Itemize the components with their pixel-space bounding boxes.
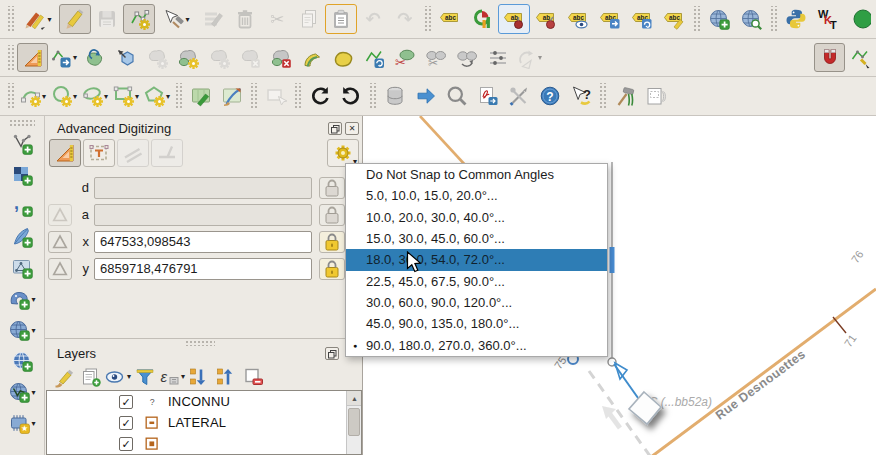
- edit-map-button[interactable]: [185, 82, 216, 111]
- add-arcgis-layer-button[interactable]: [6, 347, 38, 375]
- x-delta-button[interactable]: [48, 231, 72, 253]
- reshape-features-button[interactable]: [327, 43, 358, 72]
- layer-row-unnamed-2[interactable]: ✓: [47, 433, 361, 454]
- x-input[interactable]: [94, 231, 312, 253]
- panel-splitter-handle[interactable]: [185, 340, 215, 346]
- layer-row-lateral[interactable]: ✓LATERAL: [47, 412, 361, 433]
- current-edits-button[interactable]: ▾: [17, 4, 59, 34]
- layer-labeling-button[interactable]: abc: [434, 4, 466, 34]
- add-mesh-layer-button[interactable]: [6, 254, 38, 282]
- metasearch-add-button[interactable]: [703, 4, 735, 34]
- reload-button[interactable]: [335, 82, 366, 111]
- whats-this-button[interactable]: ?: [565, 82, 596, 111]
- merge-selected-features-button[interactable]: ✂: [420, 43, 451, 72]
- style-map-button[interactable]: [216, 82, 247, 111]
- toolbar-handle[interactable]: [6, 83, 15, 109]
- snap-menu-item-8[interactable]: ●90.0, 180.0, 270.0, 360.0°...: [346, 335, 607, 356]
- toggle-editing-button[interactable]: [59, 4, 91, 34]
- add-wms-layer-button[interactable]: ▾: [6, 316, 38, 344]
- processing-toolbox-button[interactable]: [609, 82, 640, 111]
- y-input[interactable]: [94, 258, 312, 280]
- python-console-button[interactable]: [780, 4, 812, 34]
- paste-features-button[interactable]: [325, 4, 357, 34]
- draw-regular-polygon-button[interactable]: ▾: [141, 82, 172, 111]
- enable-tracing-button[interactable]: [845, 43, 876, 72]
- show-hide-labels-button[interactable]: abc: [562, 4, 594, 34]
- vertex-tool-button[interactable]: ▾: [155, 4, 197, 34]
- delete-part-button[interactable]: [265, 43, 296, 72]
- draw-ellipse-button[interactable]: ▾: [79, 82, 110, 111]
- advanced-digitizing-panel-toggle-button[interactable]: [17, 43, 48, 72]
- y-lock-button[interactable]: [319, 258, 345, 280]
- collapse-all-button[interactable]: [212, 364, 239, 389]
- add-vector-layer-button[interactable]: [6, 130, 38, 158]
- layer-diagram-button[interactable]: [466, 4, 498, 34]
- search-button[interactable]: [441, 82, 472, 111]
- snap-menu-item-4[interactable]: 18.0, 36.0, 54.0, 72.0°...: [346, 249, 607, 270]
- snap-menu-item-2[interactable]: 10.0, 20.0, 30.0, 40.0°...: [346, 207, 607, 228]
- add-postgis-layer-button[interactable]: ▾: [6, 285, 38, 313]
- snap-menu-item-7[interactable]: 45.0, 90.0, 135.0, 180.0°...: [346, 313, 607, 334]
- print-layout-button[interactable]: [640, 82, 671, 111]
- float-panel-button[interactable]: [328, 122, 342, 135]
- split-features-button[interactable]: [358, 43, 389, 72]
- add-virtual-layer-button[interactable]: ★▾: [6, 409, 38, 437]
- construction-mode-button[interactable]: [83, 139, 115, 167]
- expand-all-button[interactable]: [185, 364, 212, 389]
- pin-labels-button[interactable]: ab: [498, 4, 530, 34]
- filter-by-expression-button[interactable]: ε▾: [158, 364, 185, 389]
- split-parts-button[interactable]: ✂: [389, 43, 420, 72]
- layer-visibility-checkbox[interactable]: ✓: [119, 395, 133, 409]
- add-group-button[interactable]: [77, 364, 104, 389]
- offset-curve-button[interactable]: [296, 43, 327, 72]
- export-pdf-button[interactable]: [472, 82, 503, 111]
- rotate-label-button[interactable]: abc: [626, 4, 658, 34]
- wkt-plugin-button[interactable]: WKT: [812, 4, 844, 34]
- toolbar-handle[interactable]: [9, 119, 35, 127]
- toolbar-handle[interactable]: [6, 6, 15, 32]
- add-raster-layer-button[interactable]: [6, 161, 38, 189]
- open-layer-styling-button[interactable]: [50, 364, 77, 389]
- move-label-button[interactable]: abc: [594, 4, 626, 34]
- scrollbar-thumb[interactable]: [348, 408, 360, 436]
- refresh-map-button[interactable]: [304, 82, 335, 111]
- snap-menu-item-3[interactable]: 15.0, 30.0, 45.0, 60.0°...: [346, 228, 607, 249]
- enable-advanced-digitizing-button[interactable]: [49, 139, 81, 167]
- manage-map-themes-button[interactable]: ▾: [104, 364, 131, 389]
- close-panel-button[interactable]: ✕: [345, 122, 359, 135]
- plugin-round-button[interactable]: [844, 4, 876, 34]
- x-lock-button[interactable]: [319, 231, 345, 253]
- merge-attributes-button[interactable]: [482, 43, 513, 72]
- layer-visibility-checkbox[interactable]: ✓: [119, 416, 133, 430]
- digitize-with-segment-button[interactable]: [123, 4, 155, 34]
- enable-snapping-button[interactable]: [814, 43, 845, 72]
- options-button[interactable]: [503, 82, 534, 111]
- filter-legend-button[interactable]: [131, 364, 158, 389]
- float-panel-button[interactable]: [325, 347, 339, 360]
- simplify-feature-button[interactable]: [110, 43, 141, 72]
- remove-layer-button[interactable]: [239, 364, 266, 389]
- merge-features-button[interactable]: [451, 43, 482, 72]
- circular-string-button[interactable]: ▾: [17, 82, 48, 111]
- y-delta-button[interactable]: [48, 258, 72, 280]
- rotate-feature-button[interactable]: [79, 43, 110, 72]
- change-label-button[interactable]: abc: [658, 4, 690, 34]
- database-manager-button[interactable]: [379, 82, 410, 111]
- add-delimited-text-layer-button[interactable]: ,: [6, 192, 38, 220]
- metasearch-button[interactable]: [735, 4, 767, 34]
- move-feature-button[interactable]: ▾: [48, 43, 79, 72]
- snap-menu-item-6[interactable]: 30.0, 60.0, 90.0, 120.0°...: [346, 292, 607, 313]
- add-wfs-layer-button[interactable]: ▾: [6, 378, 38, 406]
- help-button[interactable]: ?: [534, 82, 565, 111]
- fill-ring-button[interactable]: [172, 43, 203, 72]
- snap-menu-item-5[interactable]: 22.5, 45.0, 67.5, 90.0°...: [346, 271, 607, 292]
- highlight-pinned-labels-button[interactable]: ab: [530, 4, 562, 34]
- toolbar-handle[interactable]: [6, 45, 15, 71]
- layer-list-scrollbar[interactable]: ▲: [346, 391, 361, 454]
- run-action-button[interactable]: [410, 82, 441, 111]
- snap-menu-item-1[interactable]: 5.0, 10.0, 15.0, 20.0°...: [346, 185, 607, 206]
- add-spatialite-layer-button[interactable]: [6, 223, 38, 251]
- draw-circle-button[interactable]: ▾: [48, 82, 79, 111]
- scroll-up-button[interactable]: ▲: [347, 391, 362, 406]
- draw-rectangle-button[interactable]: ▾: [110, 82, 141, 111]
